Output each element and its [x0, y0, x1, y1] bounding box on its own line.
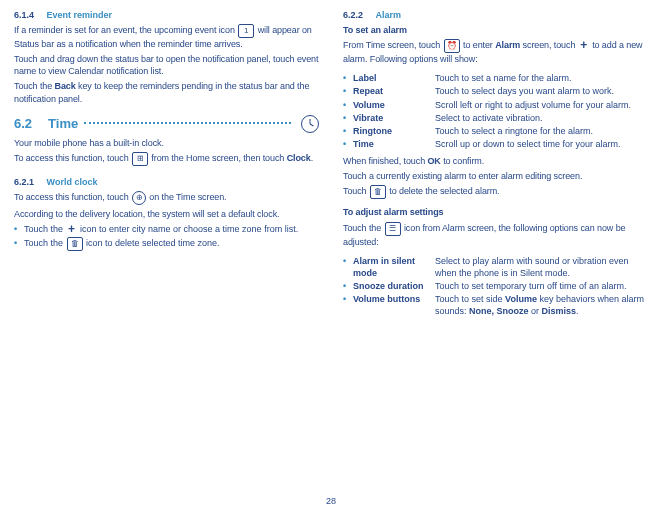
leader-dots: [84, 121, 291, 124]
heading-6-2-1: 6.2.1 World clock: [14, 177, 319, 187]
option-label: Volume: [353, 99, 385, 111]
option-desc: Touch to set temporary turn off time of …: [435, 280, 648, 292]
trash-icon: 🗑: [370, 185, 386, 199]
heading-number: 6.2.1: [14, 177, 34, 187]
globe-icon: ⊕: [132, 191, 146, 205]
heading-text: World clock: [47, 177, 98, 187]
bullet-dot: •: [14, 237, 24, 251]
subheading: To set an alarm: [343, 24, 648, 36]
heading-text: Event reminder: [47, 10, 113, 20]
option-row: •Snooze duration Touch to set temporary …: [343, 280, 648, 292]
paragraph: If a reminder is set for an event, the u…: [14, 24, 319, 50]
option-row: •Repeat Touch to select days you want al…: [343, 85, 648, 97]
add-icon: +: [67, 225, 77, 235]
bullet-dot: •: [343, 280, 353, 292]
paragraph: From Time screen, touch ⏰ to enter Alarm…: [343, 39, 648, 65]
clock-label: Clock: [287, 153, 311, 163]
option-row: •Volume buttons Touch to set side Volume…: [343, 293, 648, 317]
bullet-dot: •: [343, 112, 353, 124]
bullet-dot: •: [343, 99, 353, 111]
clock-icon: [301, 115, 319, 133]
paragraph: According to the delivery location, the …: [14, 208, 319, 220]
option-desc: Select to play alarm with sound or vibra…: [435, 255, 648, 279]
option-desc: Touch to set side Volume key behaviors w…: [435, 293, 648, 317]
heading-6-2-2: 6.2.2 Alarm: [343, 10, 648, 20]
option-label: Alarm in silent mode: [353, 255, 435, 279]
heading-6-2: 6.2 Time: [14, 115, 319, 133]
alarm-label: Alarm: [495, 41, 520, 51]
option-row: •Ringtone Touch to select a ringtone for…: [343, 125, 648, 137]
heading-6-1-4: 6.1.4 Event reminder: [14, 10, 319, 20]
option-desc: Scroll up or down to select time for you…: [435, 138, 648, 150]
option-row: •Alarm in silent mode Select to play ala…: [343, 255, 648, 279]
paragraph: When finished, touch OK to confirm.: [343, 155, 648, 167]
option-label: Vibrate: [353, 112, 383, 124]
left-column: 6.1.4 Event reminder If a reminder is se…: [14, 8, 319, 496]
option-label: Repeat: [353, 85, 383, 97]
heading-text: Alarm: [376, 10, 402, 20]
alarm-clock-icon: ⏰: [444, 39, 460, 53]
option-label: Time: [353, 138, 374, 150]
page-number: 28: [0, 496, 662, 512]
heading-number: 6.1.4: [14, 10, 34, 20]
option-desc: Touch to select a ringtone for the alarm…: [435, 125, 648, 137]
paragraph: Touch the Back key to keep the reminders…: [14, 80, 319, 104]
back-key-label: Back: [55, 81, 76, 91]
paragraph: Touch a currently existing alarm to ente…: [343, 170, 648, 182]
option-desc: Scroll left or right to adjust volume fo…: [435, 99, 648, 111]
bullet-item: • Touch the + icon to enter city name or…: [14, 223, 319, 235]
option-row: •Time Scroll up or down to select time f…: [343, 138, 648, 150]
event-number-icon: 1: [238, 24, 254, 38]
bullet-dot: •: [343, 138, 353, 150]
subheading: To adjust alarm settings: [343, 206, 648, 218]
paragraph: Touch 🗑 to delete the selected alarm.: [343, 185, 648, 199]
paragraph: To access this function, touch ⊞ from th…: [14, 152, 319, 166]
option-label: Ringtone: [353, 125, 392, 137]
option-desc: Touch to select days you want alarm to w…: [435, 85, 648, 97]
bullet-dot: •: [343, 85, 353, 97]
bullet-dot: •: [343, 72, 353, 84]
option-label: Volume buttons: [353, 293, 420, 317]
option-label: Snooze duration: [353, 280, 424, 292]
heading-text: Time: [48, 116, 78, 131]
paragraph: Touch and drag down the status bar to op…: [14, 53, 319, 77]
option-desc: Select to activate vibration.: [435, 112, 648, 124]
paragraph: Your mobile phone has a built-in clock.: [14, 137, 319, 149]
option-row: •Vibrate Select to activate vibration.: [343, 112, 648, 124]
bullet-dot: •: [343, 255, 353, 279]
paragraph: To access this function, touch ⊕ on the …: [14, 191, 319, 205]
option-row: •Label Touch to set a name for the alarm…: [343, 72, 648, 84]
right-column: 6.2.2 Alarm To set an alarm From Time sc…: [343, 8, 648, 496]
heading-number: 6.2.2: [343, 10, 363, 20]
bullet-dot: •: [343, 293, 353, 317]
add-icon: +: [579, 41, 589, 51]
paragraph: Touch the ☰ icon from Alarm screen, the …: [343, 222, 648, 248]
trash-icon: 🗑: [67, 237, 83, 251]
bullet-dot: •: [343, 125, 353, 137]
bullet-dot: •: [14, 223, 24, 235]
option-desc: Touch to set a name for the alarm.: [435, 72, 648, 84]
option-label: Label: [353, 72, 377, 84]
ok-label: OK: [427, 156, 440, 166]
menu-list-icon: ☰: [385, 222, 401, 236]
bullet-item: • Touch the 🗑 icon to delete selected ti…: [14, 237, 319, 251]
heading-number: 6.2: [14, 116, 32, 131]
apps-grid-icon: ⊞: [132, 152, 148, 166]
option-row: •Volume Scroll left or right to adjust v…: [343, 99, 648, 111]
